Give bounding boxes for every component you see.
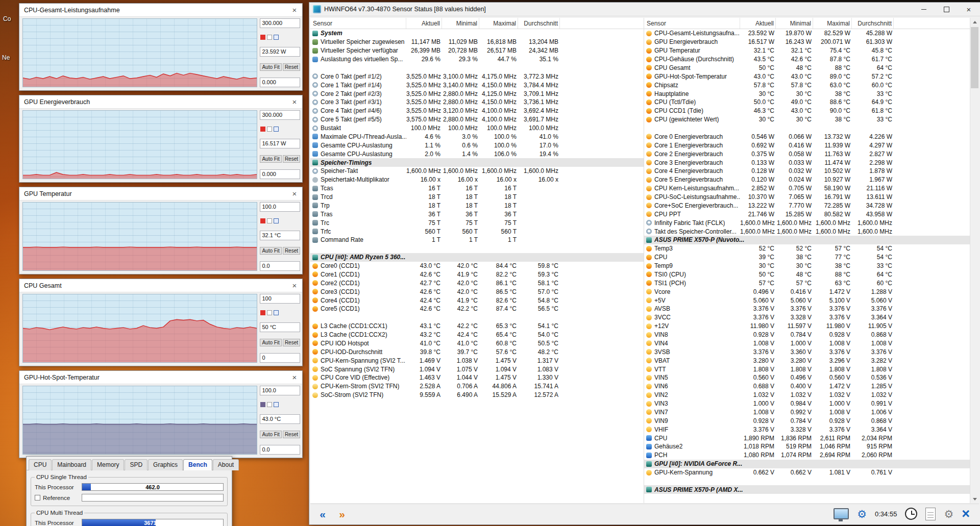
clock-icon[interactable] [905,508,917,520]
settings-gear-icon[interactable]: ⚙ [857,509,867,519]
desktop-icon-label-1[interactable]: Co [3,15,11,22]
tab-spd[interactable]: SPD [125,459,148,470]
sensor-section-row[interactable]: Speicher-Timings [310,158,644,167]
sensor-row[interactable]: Core 5 Energieverbrauch0.120 W0.024 W10.… [644,176,970,184]
sensor-row[interactable]: Core 4 Takt (perf #4/6)3,525.0 MHz3,120.… [310,107,644,115]
sensor-row[interactable]: Maximale CPU-/Thread-Ausla...4.6 %3.0 %1… [310,133,644,141]
sensor-row[interactable]: CPU-Kern-Spannung (SVI2 T...1.469 V1.038… [310,356,644,365]
sensor-section-row[interactable]: System [310,29,644,38]
scale-max-box[interactable]: 100.0 [260,386,300,395]
sensor-row[interactable]: Core+SoC Energieverbrauch...13.222 W7.77… [644,202,970,210]
sensor-row[interactable]: CPU-Gesamt-Leistungsaufna...23.592 W19.8… [644,29,970,38]
tab-mainboard[interactable]: Mainboard [52,459,91,470]
scroll-down-icon[interactable] [970,495,979,503]
sensor-row[interactable]: Command Rate1 T1 T1 T [310,236,644,244]
series-color-checkbox[interactable] [260,35,265,40]
tab-cpu[interactable]: CPU [29,459,52,470]
sensor-row[interactable]: AVSB3.376 V3.376 V3.376 V3.376 V [644,305,970,313]
current-value-box[interactable]: 16.517 W [260,139,300,148]
sensor-row[interactable]: Vcore0.496 V0.416 V1.472 V1.288 V [644,287,970,296]
sensor-row[interactable]: Core 0 Energieverbrauch0.546 W0.066 W13.… [644,133,970,141]
scale-max-box[interactable]: 100.0 [260,202,300,212]
column-header-minimal[interactable]: Minimal [776,18,813,29]
sensor-row[interactable]: Hauptplatine30 °C30 °C38 °C33 °C [644,89,970,98]
sensor-row[interactable]: GPU-Kern-Spannung0.662 V0.662 V1.081 V0.… [644,468,970,477]
sensor-row[interactable]: VIN60.688 V0.400 V1.472 V1.285 V [644,382,970,391]
sensor-row[interactable]: Core 0 Takt (perf #1/2)3,525.0 MHz3,100.… [310,72,644,81]
sensor-row[interactable]: Speichertakt-Multiplikator16.00 x16.00 x… [310,176,644,184]
auto-fit-button[interactable]: Auto Fit [260,155,281,163]
background-color-checkbox[interactable] [274,310,279,315]
series-color-checkbox[interactable] [260,218,265,223]
reference-checkbox[interactable] [35,495,40,500]
sensor-row[interactable]: Takt des Speicher-Controller...1,600.0 M… [644,227,970,236]
sensor-row[interactable]: Tras36 T36 T36 T [310,210,644,218]
previous-page-button[interactable]: « [314,507,331,520]
sensor-row[interactable]: VIN21.032 V1.032 V1.032 V1.032 V [644,391,970,399]
sensor-row[interactable]: CPU Core VID (Effective)1.463 V1.044 V1.… [310,373,644,382]
sensor-row[interactable]: Gehäuse21,018 RPM519 RPM1,046 RPM915 RPM [644,442,970,451]
current-value-box[interactable]: 23.592 W [260,47,300,57]
sensor-section-row[interactable]: GPU [#0]: NVIDIA GeForce R... [644,460,970,468]
reset-button[interactable]: Reset [283,431,300,438]
sensor-row[interactable]: Chipsatz57.8 °C57.8 °C63.0 °C60.0 °C [644,81,970,89]
sensor-row[interactable]: CPU CCD1 (Tdie)46.3 °C43.0 °C90.0 °C61.8… [644,107,970,115]
sensor-row[interactable]: 3VSB3.376 V3.360 V3.376 V3.376 V [644,347,970,356]
sensor-row[interactable]: Temp352 °C52 °C57 °C54 °C [644,244,970,253]
sensor-row[interactable]: GPU Energieverbrauch16.517 W16.243 W200.… [644,38,970,46]
sensor-row[interactable]: Virtueller Speicher zugewiesen11,147 MB1… [310,38,644,46]
sensor-row[interactable]: Core 1 Energieverbrauch0.692 W0.416 W11.… [644,141,970,149]
sensor-row[interactable]: Gesamte CPU-Auslastung1.1 %0.6 %100.0 %1… [310,141,644,149]
scroll-up-icon[interactable] [970,18,979,26]
sensor-row[interactable]: VIN80.928 V0.784 V0.928 V0.868 V [644,331,970,339]
sensor-row[interactable]: L3 Cache (CCD1:CCX1)43.1 °C42.2 °C65.3 °… [310,322,644,331]
sensor-row[interactable]: SoC-Strom (SVI2 TFN)9.559 A6.490 A15.529… [310,391,644,399]
sensor-row[interactable]: CPU39 °C38 °C77 °C54 °C [644,253,970,262]
sensor-row[interactable]: Speicher-Takt1,600.0 MHz1,600.0 MHz1,600… [310,167,644,176]
sensor-row[interactable]: Temp930 °C30 °C38 °C33 °C [644,262,970,270]
close-icon[interactable]: × [287,6,302,14]
sensor-row[interactable]: Core 1 Takt (perf #1/4)3,525.0 MHz3,140.… [310,81,644,89]
current-value-box[interactable]: 43.0 °C [260,414,300,424]
background-color-checkbox[interactable] [274,402,279,407]
background-color-checkbox[interactable] [274,127,279,132]
desktop-icon-label-2[interactable]: Ne [2,54,10,61]
reset-button[interactable]: Reset [283,63,300,71]
sensor-row[interactable]: CPU Gesamt50 °C48 °C88 °C64 °C [644,64,970,72]
sensor-row[interactable]: VIN41.008 V1.000 V1.008 V1.008 V [644,339,970,348]
close-sensors-icon[interactable]: × [962,507,970,521]
sensor-row[interactable]: Core 2 Energieverbrauch0.375 W0.058 W11.… [644,149,970,158]
sensor-row[interactable]: CPU IOD Hotspot41.0 °C41.0 °C60.8 °C50.5… [310,339,644,348]
sensor-row[interactable]: VHIF3.376 V3.328 V3.376 V3.364 V [644,425,970,434]
sensor-row[interactable]: Auslastung des virtuellen Sp...29.6 %29.… [310,55,644,64]
sensor-row[interactable]: CPU-SoC-Leistungsaufnahme...10.370 W7.06… [644,193,970,202]
tab-graphics[interactable]: Graphics [148,459,183,470]
column-header-durchschnitt[interactable]: Durchschnitt [518,18,560,29]
sensor-row[interactable]: 3VCC3.376 V3.328 V3.376 V3.364 V [644,313,970,322]
graph-window-titlebar[interactable]: CPU-Gesamt-Leistungsaufnahme × [19,4,302,17]
sensor-row[interactable]: Tcas16 T16 T16 T [310,184,644,193]
sensor-row[interactable]: Core 5 Takt (perf #5/5)3,575.0 MHz2,880.… [310,115,644,124]
graph-window-titlebar[interactable]: GPU-Hot-Spot-Temperatur × [19,371,302,384]
sensor-row[interactable]: Core 3 Takt (perf #3/1)3,525.0 MHz2,880.… [310,98,644,107]
scrollbar-thumb[interactable] [971,27,978,88]
series-color-checkbox[interactable] [260,310,265,315]
sensor-row[interactable]: Trc75 T75 T75 T [310,218,644,227]
tab-about[interactable]: About [213,459,239,470]
options-gear-icon[interactable]: ⚙ [944,509,953,519]
tab-bench[interactable]: Bench [183,459,212,470]
option-checkbox[interactable] [267,35,272,40]
option-checkbox[interactable] [267,127,272,132]
scale-min-box[interactable]: 0.0 [260,261,300,271]
sensor-row[interactable]: GPU-Hot-Spot-Temperatur43.0 °C43.0 °C89.… [644,72,970,81]
sensor-row[interactable]: Trcd18 T18 T18 T [310,193,644,202]
sensor-row[interactable]: PCH1,080 RPM1,074 RPM2,694 RPM2,060 RPM [644,451,970,460]
option-checkbox[interactable] [267,218,272,223]
sensor-row[interactable]: CPU PPT21.746 W15.285 W80.582 W43.958 W [644,210,970,218]
scale-min-box[interactable]: 0 [260,353,300,363]
sensor-row[interactable]: CPU (Tctl/Tdie)50.0 °C49.0 °C88.6 °C64.9… [644,98,970,107]
sensor-row[interactable]: TSI0 (CPU)50 °C48 °C88 °C64 °C [644,270,970,279]
maximize-button[interactable] [935,3,958,16]
scale-min-box[interactable]: 0.0 [260,445,300,455]
sensor-row[interactable]: Trp18 T18 T18 T [310,202,644,210]
